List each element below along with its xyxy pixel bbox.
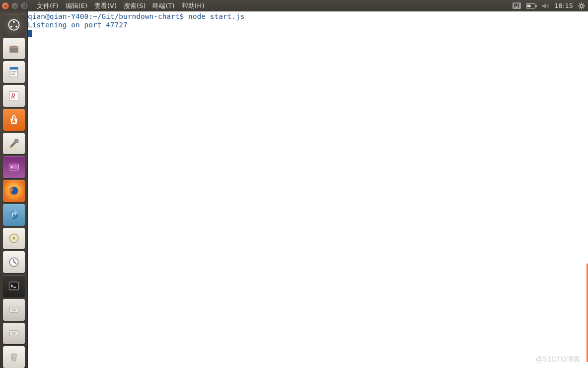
terminal-cursor-line	[28, 29, 588, 38]
svg-rect-2	[535, 5, 536, 7]
top-menu-bar: 文件(F) 编辑(E) 查看(V) 搜索(S) 终端(T) 帮助(H) Pi 1…	[0, 0, 588, 11]
svg-point-7	[10, 25, 12, 27]
menu-edit[interactable]: 编辑(E)	[62, 0, 91, 11]
svg-rect-0	[23, 4, 26, 7]
appearance-icon[interactable]	[3, 156, 25, 178]
system-tray: Pi 18:15	[513, 2, 588, 9]
svg-rect-28	[9, 282, 18, 290]
terminal-pane[interactable]: qian@qian-Y400:~/Git/burndown-chart$ nod…	[28, 11, 588, 368]
clock[interactable]: 18:15	[555, 2, 573, 9]
disk-icon[interactable]	[3, 299, 25, 321]
watermark: @51CTO博客	[536, 355, 581, 364]
svg-point-26	[12, 237, 15, 240]
menu-terminal[interactable]: 终端(T)	[149, 0, 178, 11]
cursor-block	[28, 30, 32, 37]
svg-rect-10	[9, 47, 18, 53]
svg-point-30	[11, 308, 16, 311]
window-close-button[interactable]	[2, 2, 9, 9]
menu-help[interactable]: 帮助(H)	[178, 0, 208, 11]
close-icon	[3, 4, 7, 8]
writer-icon[interactable]	[3, 61, 25, 83]
volume-mute-icon[interactable]	[542, 2, 550, 9]
terminal-icon[interactable]	[3, 275, 25, 297]
svg-point-4	[580, 4, 583, 7]
prompt-path: ~/Git/burndown-chart	[93, 12, 180, 20]
files-icon[interactable]	[3, 38, 25, 60]
minimize-icon	[13, 4, 17, 8]
svg-point-17	[14, 139, 18, 143]
settings-icon[interactable]	[3, 133, 25, 155]
software-center-icon[interactable]: A	[3, 109, 25, 131]
dash-icon[interactable]	[3, 14, 25, 36]
maximize-icon	[22, 4, 26, 8]
trash-icon[interactable]	[3, 346, 25, 368]
svg-rect-33	[10, 354, 16, 355]
firefox-icon[interactable]	[3, 180, 25, 202]
prompt-command: node start.js	[188, 12, 245, 20]
window-controls	[2, 2, 30, 9]
menu-file[interactable]: 文件(F)	[33, 0, 62, 11]
svg-text:A: A	[11, 118, 15, 124]
svg-point-20	[10, 167, 12, 169]
rnote-icon[interactable]: R	[3, 85, 25, 107]
svg-point-8	[15, 25, 17, 27]
rhythmbox-icon[interactable]	[3, 228, 25, 250]
svg-rect-13	[10, 68, 18, 70]
svg-text:R: R	[10, 92, 15, 100]
svg-point-6	[13, 21, 15, 23]
disk2-icon[interactable]	[3, 323, 25, 345]
menu-search[interactable]: 搜索(S)	[120, 0, 149, 11]
menu-view[interactable]: 查看(V)	[91, 0, 120, 11]
unity-launcher: R A	[0, 11, 28, 368]
terminal-output-line: Listening on port 47727	[28, 21, 588, 29]
window-maximize-button[interactable]	[21, 2, 28, 9]
gear-icon[interactable]	[578, 2, 585, 9]
svg-rect-3	[527, 4, 530, 7]
input-method-indicator[interactable]: Pi	[513, 2, 521, 9]
battery-icon[interactable]	[526, 3, 537, 9]
svg-rect-11	[12, 45, 15, 46]
window-minimize-button[interactable]	[11, 2, 18, 9]
clock-icon[interactable]	[3, 251, 25, 273]
prompt-user-host: qian@qian-Y400	[28, 12, 88, 20]
prompt-separator: $	[180, 12, 184, 20]
terminal-prompt-line: qian@qian-Y400:~/Git/burndown-chart$ nod…	[28, 12, 588, 21]
chromium-icon[interactable]	[3, 204, 25, 226]
svg-point-32	[11, 332, 16, 335]
menu-items: 文件(F) 编辑(E) 查看(V) 搜索(S) 终端(T) 帮助(H)	[33, 0, 208, 11]
